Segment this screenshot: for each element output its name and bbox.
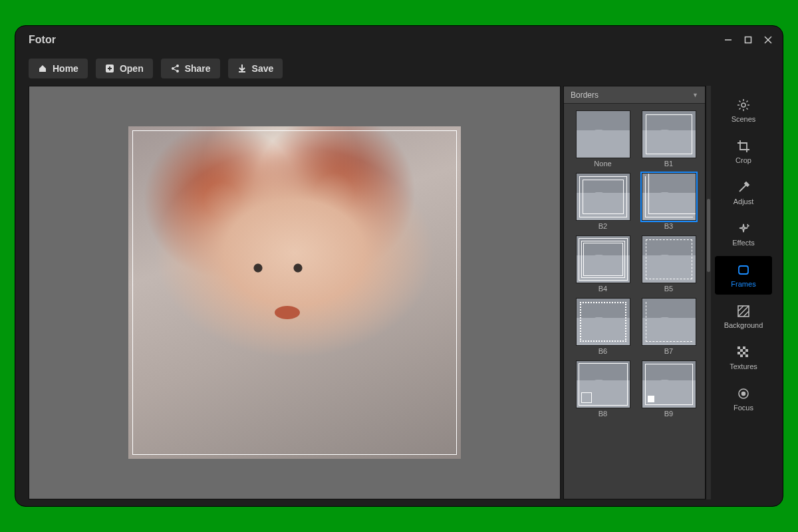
photo-portrait	[128, 126, 461, 459]
svg-rect-1	[745, 37, 751, 43]
home-label: Home	[53, 63, 78, 74]
scrollbar-thumb[interactable]	[707, 199, 710, 272]
border-option-b4[interactable]: B4	[573, 235, 632, 293]
share-label: Share	[185, 63, 211, 74]
border-label: B6	[598, 347, 607, 355]
svg-rect-29	[743, 346, 745, 349]
frames-icon	[737, 263, 750, 277]
share-icon	[170, 64, 180, 73]
titlebar: Fotor	[15, 26, 783, 54]
plus-file-icon	[105, 64, 114, 73]
tool-label: Background	[724, 321, 763, 329]
tool-label: Scenes	[732, 115, 756, 123]
home-icon	[38, 64, 47, 73]
minimize-button[interactable]	[723, 35, 733, 45]
border-label: B7	[664, 347, 673, 355]
borders-panel: Borders ▼ NoneB1B2B3B4B5B6B7B8B9	[563, 86, 706, 499]
border-option-b8[interactable]: B8	[573, 360, 632, 418]
border-label: B3	[664, 222, 673, 230]
panel-title: Borders	[571, 90, 598, 100]
canvas-area[interactable]	[29, 86, 561, 499]
svg-line-22	[739, 108, 741, 109]
tool-label: Frames	[731, 280, 755, 288]
border-label: B5	[664, 285, 673, 293]
tool-adjust[interactable]: Adjust	[715, 174, 772, 212]
crop-icon	[737, 140, 750, 153]
focus-icon	[737, 387, 750, 400]
tool-background[interactable]: Background	[715, 297, 772, 336]
border-option-b2[interactable]: B2	[573, 173, 632, 230]
borders-grid: NoneB1B2B3B4B5B6B7B8B9	[564, 104, 705, 499]
tool-scenes[interactable]: Scenes	[715, 91, 772, 130]
border-thumb	[576, 110, 630, 158]
border-label: B8	[598, 410, 607, 418]
maximize-button[interactable]	[743, 35, 753, 45]
border-thumb	[642, 173, 696, 221]
svg-rect-35	[745, 354, 748, 357]
save-button[interactable]: Save	[228, 59, 283, 78]
canvas-image	[128, 126, 461, 459]
tool-label: Adjust	[733, 198, 754, 205]
panel-scrollbar[interactable]	[706, 86, 711, 499]
border-label: B9	[664, 410, 673, 418]
effects-icon	[737, 222, 750, 235]
svg-point-37	[742, 392, 745, 395]
svg-line-21	[747, 100, 748, 102]
border-option-b5[interactable]: B5	[639, 235, 698, 293]
svg-rect-34	[740, 354, 743, 357]
border-option-b1[interactable]: B1	[639, 110, 698, 168]
open-button[interactable]: Open	[96, 59, 153, 78]
tool-crop[interactable]: Crop	[715, 132, 772, 171]
tool-textures[interactable]: Textures	[715, 338, 772, 377]
border-label: B2	[598, 222, 607, 230]
svg-rect-23	[739, 266, 748, 274]
background-icon	[737, 305, 750, 318]
right-column: Borders ▼ NoneB1B2B3B4B5B6B7B8B9 ScenesC…	[563, 86, 776, 499]
svg-line-19	[739, 100, 741, 102]
adjust-icon	[737, 181, 750, 194]
svg-line-20	[747, 108, 748, 109]
svg-rect-31	[745, 349, 748, 352]
border-thumb	[576, 360, 630, 408]
tool-frames[interactable]: Frames	[715, 256, 772, 295]
download-icon	[237, 64, 247, 73]
border-thumb	[642, 360, 696, 408]
toolbar: Home Open Share Save	[15, 54, 783, 83]
tool-label: Crop	[735, 156, 751, 164]
svg-line-25	[738, 306, 749, 317]
tool-focus[interactable]: Focus	[715, 380, 772, 418]
border-thumb	[642, 235, 696, 283]
border-option-b7[interactable]: B7	[639, 298, 698, 355]
svg-line-10	[174, 66, 176, 68]
app-title: Fotor	[29, 34, 56, 46]
border-label: B1	[664, 160, 673, 168]
border-option-b9[interactable]: B9	[639, 360, 698, 418]
home-button[interactable]: Home	[29, 59, 88, 78]
border-thumb	[576, 173, 630, 221]
svg-point-14	[741, 103, 745, 107]
workspace: Borders ▼ NoneB1B2B3B4B5B6B7B8B9 ScenesC…	[15, 83, 783, 506]
tool-label: Textures	[730, 362, 757, 370]
border-label: B4	[598, 285, 607, 293]
close-button[interactable]	[763, 35, 773, 45]
border-thumb	[576, 298, 630, 346]
chevron-down-icon: ▼	[692, 92, 698, 98]
svg-rect-28	[737, 346, 740, 349]
tool-effects[interactable]: Effects	[715, 215, 772, 253]
share-button[interactable]: Share	[161, 59, 220, 78]
open-label: Open	[120, 63, 144, 74]
svg-rect-32	[737, 352, 740, 354]
border-thumb	[642, 298, 696, 346]
panel-header[interactable]: Borders ▼	[564, 86, 705, 104]
svg-line-27	[743, 311, 749, 317]
border-label: None	[594, 160, 611, 168]
textures-icon	[737, 346, 750, 359]
scenes-icon	[737, 98, 750, 112]
border-option-b3[interactable]: B3	[639, 173, 698, 230]
tool-sidebar: ScenesCropAdjustEffectsFramesBackgroundT…	[711, 86, 776, 499]
border-option-none[interactable]: None	[573, 110, 632, 168]
border-option-b6[interactable]: B6	[573, 298, 632, 355]
app-window: Fotor Home Open Share Save	[15, 25, 783, 507]
svg-rect-33	[743, 352, 745, 354]
tool-label: Focus	[733, 404, 753, 412]
